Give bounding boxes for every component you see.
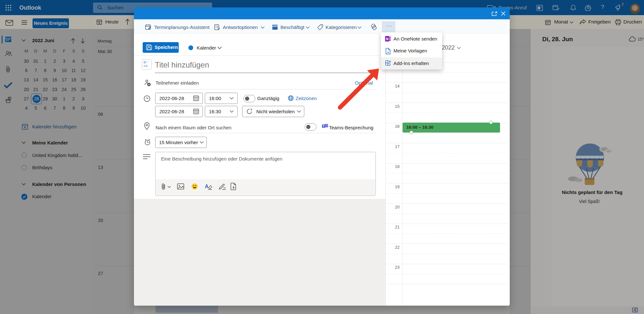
svg-text:N: N bbox=[386, 37, 389, 41]
svg-text:A: A bbox=[205, 184, 209, 189]
